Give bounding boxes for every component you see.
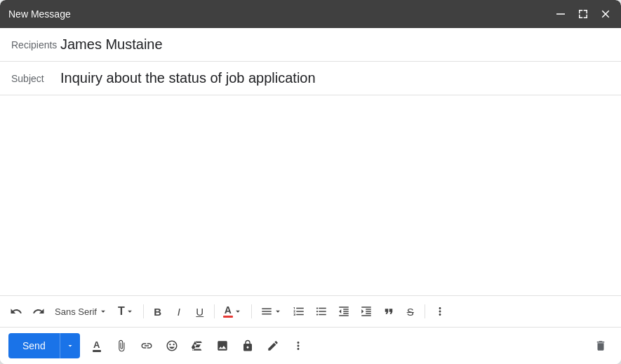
- recipients-row: Recipients James Mustaine: [0, 28, 621, 62]
- insert-drive-button[interactable]: [185, 333, 209, 358]
- signature-button[interactable]: [261, 333, 285, 358]
- strikethrough-button[interactable]: S: [401, 300, 420, 323]
- delete-button[interactable]: [589, 335, 613, 356]
- window-controls: [554, 7, 613, 21]
- formatting-toolbar: Sans Serif T B I U A: [0, 295, 621, 327]
- compose-window: New Message Recipients James Mustaine Su…: [0, 0, 621, 364]
- emoji-button[interactable]: [160, 333, 184, 358]
- email-body[interactable]: [0, 95, 621, 295]
- separator-4: [425, 304, 425, 318]
- indent-decrease-button[interactable]: [333, 300, 354, 323]
- indent-increase-button[interactable]: [356, 300, 377, 323]
- text-color-button[interactable]: A: [219, 300, 247, 323]
- window-title: New Message: [8, 8, 71, 20]
- formatting-button[interactable]: A: [86, 333, 108, 358]
- minimize-button[interactable]: [554, 7, 568, 21]
- subject-label: Subject: [11, 73, 60, 84]
- recipients-value[interactable]: James Mustaine: [60, 36, 610, 53]
- recipients-label: Recipients: [11, 39, 60, 50]
- align-button[interactable]: [256, 300, 287, 323]
- numbered-list-button[interactable]: [288, 300, 309, 323]
- font-name: Sans Serif: [55, 306, 97, 317]
- attach-button[interactable]: [109, 333, 133, 358]
- send-group: Send: [8, 333, 80, 358]
- bottom-bar: Send A: [0, 327, 621, 364]
- separator-3: [251, 304, 252, 318]
- font-size-button[interactable]: T: [114, 300, 139, 323]
- send-button[interactable]: Send: [8, 333, 60, 358]
- send-dropdown-button[interactable]: [60, 333, 80, 358]
- confidential-button[interactable]: [236, 333, 260, 358]
- bold-button[interactable]: B: [148, 300, 168, 323]
- title-bar: New Message: [0, 0, 621, 28]
- close-button[interactable]: [599, 7, 613, 21]
- expand-button[interactable]: [576, 7, 590, 21]
- italic-button[interactable]: I: [169, 300, 189, 323]
- undo-button[interactable]: [6, 300, 27, 323]
- bottom-tools: A: [86, 333, 310, 358]
- font-selector[interactable]: Sans Serif: [51, 304, 112, 320]
- insert-image-button[interactable]: [211, 333, 234, 358]
- quote-button[interactable]: [378, 300, 399, 323]
- separator-1: [143, 304, 144, 318]
- separator-2: [214, 304, 215, 318]
- bullet-list-button[interactable]: [311, 300, 332, 323]
- underline-button[interactable]: U: [190, 300, 210, 323]
- subject-value[interactable]: Inquiry about the status of job applicat…: [60, 70, 610, 86]
- more-options-button[interactable]: [286, 333, 310, 358]
- insert-link-button[interactable]: [135, 333, 159, 358]
- svg-rect-0: [556, 13, 565, 15]
- redo-button[interactable]: [28, 300, 49, 323]
- subject-row: Subject Inquiry about the status of job …: [0, 62, 621, 95]
- more-formatting-button[interactable]: [429, 300, 450, 323]
